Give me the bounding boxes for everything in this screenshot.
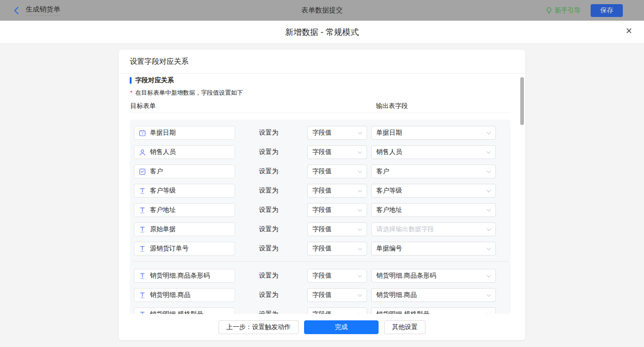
field-mapping-row: 销货明细.规格型号 设置为 字段值 销货明细.规格型号 xyxy=(130,307,511,314)
user-icon xyxy=(139,149,146,156)
chevron-down-icon xyxy=(358,292,362,297)
modal-header: 新增数据 - 常规模式 × xyxy=(0,21,644,44)
beginner-guide-link[interactable]: 新手引导 xyxy=(546,6,581,15)
value-type-selected: 字段值 xyxy=(312,167,332,176)
field-group-detail: 销货明细.商品条形码 设置为 字段值 销货明细.商品条形码 销货明细.商品 设置… xyxy=(130,269,511,314)
close-icon[interactable]: × xyxy=(626,26,632,36)
value-type-select[interactable]: 字段值 xyxy=(307,242,367,256)
chevron-down-icon xyxy=(487,273,491,278)
done-button[interactable]: 完成 xyxy=(304,320,379,334)
chevron-down-icon xyxy=(358,227,362,231)
output-field-selected: 销货明细.规格型号 xyxy=(376,310,430,314)
target-field-box[interactable]: 源销货订单号 xyxy=(134,242,235,256)
relation-label: 设置为 xyxy=(259,126,278,140)
value-type-select[interactable]: 字段值 xyxy=(307,307,367,314)
text-icon xyxy=(139,273,146,279)
relation-label: 设置为 xyxy=(259,288,278,302)
value-type-select[interactable]: 字段值 xyxy=(307,203,367,217)
value-type-selected: 字段值 xyxy=(312,272,332,280)
target-field-box[interactable]: 客户地址 xyxy=(134,203,235,217)
required-note-text: 在目标表单中新增数据，字段值设置如下 xyxy=(135,89,243,97)
previous-step-button[interactable]: 上一步：设置触发动作 xyxy=(218,320,299,334)
column-header-output: 输出表字段 xyxy=(376,102,408,110)
card-header-title: 设置字段对应关系 xyxy=(119,50,525,74)
value-type-selected: 字段值 xyxy=(312,245,332,253)
output-field-select[interactable]: 销货明细.商品条形码 xyxy=(371,269,496,283)
field-mapping-row: 原始单据 设置为 字段值 请选择输出数据字段 xyxy=(130,222,511,236)
chevron-down-icon xyxy=(487,292,491,297)
field-mapping-row: 销货明细.商品 设置为 字段值 销货明细.商品 xyxy=(130,288,511,302)
value-type-select[interactable]: 字段值 xyxy=(307,222,367,236)
output-field-select[interactable]: 销货明细.规格型号 xyxy=(371,307,496,314)
field-mapping-row: 客户 设置为 字段值 客户 xyxy=(130,165,511,178)
workflow-name[interactable]: 生成销货单 xyxy=(26,5,60,16)
target-field-box[interactable]: 原始单据 xyxy=(134,222,235,236)
output-field-select[interactable]: 销货明细.商品 xyxy=(371,288,496,302)
output-field-select[interactable]: 销售人员 xyxy=(371,145,496,159)
relation-label: 设置为 xyxy=(259,184,278,198)
svg-text:7: 7 xyxy=(141,131,143,136)
relation-label: 设置为 xyxy=(259,307,278,314)
column-headers: 目标表单 输出表字段 xyxy=(130,102,511,113)
relation-label: 设置为 xyxy=(259,203,278,217)
other-settings-button[interactable]: 其他设置 xyxy=(384,320,426,334)
beginner-guide-label: 新手引导 xyxy=(555,6,581,15)
field-mapping-row: 销售人员 设置为 字段值 销售人员 xyxy=(130,145,511,159)
value-type-selected: 字段值 xyxy=(312,129,332,137)
chevron-down-icon xyxy=(358,130,362,135)
output-field-select[interactable]: 单据日期 xyxy=(371,126,496,140)
output-field-select[interactable]: 请选择输出数据字段 xyxy=(371,222,496,236)
relation-label: 设置为 xyxy=(259,165,278,178)
field-mapping-row: 客户地址 设置为 字段值 客户地址 xyxy=(130,203,511,217)
value-type-select[interactable]: 字段值 xyxy=(307,165,367,178)
output-field-select[interactable]: 单据编号 xyxy=(371,242,496,256)
text-icon xyxy=(139,226,146,233)
save-button[interactable]: 保存 xyxy=(591,4,623,17)
relation-label: 设置为 xyxy=(259,222,278,236)
output-field-selected: 销货明细.商品条形码 xyxy=(376,272,436,280)
group-divider xyxy=(132,261,508,262)
target-field-box[interactable]: 销货明细.商品 xyxy=(134,288,235,302)
modal-title: 新增数据 - 常规模式 xyxy=(0,21,644,44)
scrollbar-thumb[interactable] xyxy=(520,77,524,125)
chevron-down-icon xyxy=(358,273,362,278)
target-field-box[interactable]: 销货明细.规格型号 xyxy=(134,307,235,314)
target-field-box[interactable]: 销售人员 xyxy=(134,145,235,159)
target-field-box[interactable]: 客户 xyxy=(134,165,235,178)
chevron-down-icon xyxy=(487,149,491,154)
relation-label: 设置为 xyxy=(259,269,278,283)
target-field-label: 客户 xyxy=(150,167,163,176)
output-field-select[interactable]: 客户地址 xyxy=(371,203,496,217)
chevron-down-icon xyxy=(487,188,491,193)
value-type-select[interactable]: 字段值 xyxy=(307,145,367,159)
card-footer: 上一步：设置触发动作 完成 其他设置 xyxy=(119,314,525,340)
field-mapping-row: 客户等级 设置为 字段值 客户等级 xyxy=(130,184,511,198)
section-title-label: 字段对应关系 xyxy=(135,76,174,85)
output-field-selected: 客户地址 xyxy=(376,206,402,214)
target-field-box[interactable]: 客户等级 xyxy=(134,184,235,198)
chevron-down-icon xyxy=(358,149,362,154)
output-field-selected: 销售人员 xyxy=(376,148,402,156)
field-mapping-row: 销货明细.商品条形码 设置为 字段值 销货明细.商品条形码 xyxy=(130,269,511,283)
app-top-bar: 生成销货单 表单数据提交 新手引导 保存 xyxy=(0,0,644,21)
value-type-select[interactable]: 字段值 xyxy=(307,126,367,140)
target-field-label: 销售人员 xyxy=(150,148,176,156)
output-field-select[interactable]: 客户 xyxy=(371,165,496,178)
select-icon xyxy=(139,168,146,175)
output-field-selected: 单据日期 xyxy=(376,129,402,137)
back-icon[interactable] xyxy=(13,6,20,15)
relation-label: 设置为 xyxy=(259,242,278,256)
text-icon xyxy=(139,207,146,214)
target-field-label: 原始单据 xyxy=(150,225,176,233)
output-field-select[interactable]: 客户等级 xyxy=(371,184,496,198)
text-icon xyxy=(139,292,146,299)
value-type-selected: 字段值 xyxy=(312,225,332,233)
value-type-select[interactable]: 字段值 xyxy=(307,269,367,283)
output-field-selected: 请选择输出数据字段 xyxy=(376,225,434,233)
value-type-select[interactable]: 字段值 xyxy=(307,184,367,198)
target-field-label: 销货明细.商品 xyxy=(150,291,190,299)
value-type-select[interactable]: 字段值 xyxy=(307,288,367,302)
target-field-box[interactable]: 7 单据日期 xyxy=(134,126,235,140)
target-field-label: 销货明细.商品条形码 xyxy=(150,272,210,280)
target-field-box[interactable]: 销货明细.商品条形码 xyxy=(134,269,235,283)
